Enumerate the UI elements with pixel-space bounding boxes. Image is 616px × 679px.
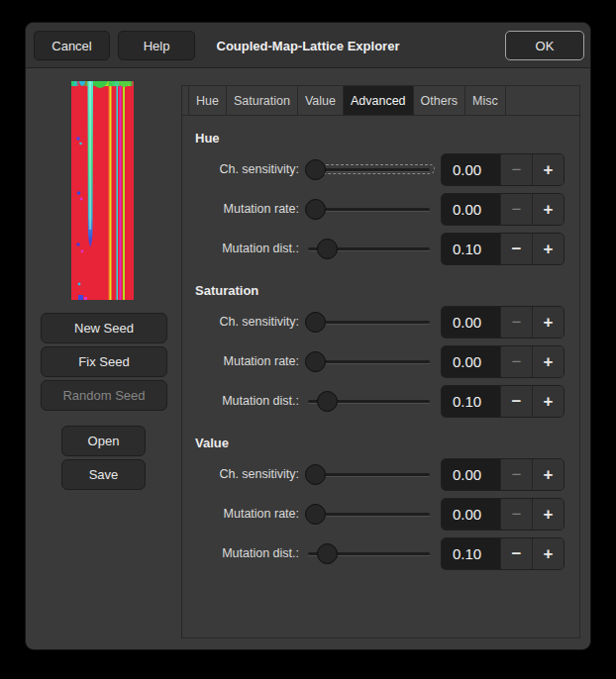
spin-value[interactable]: 0.10: [442, 538, 500, 569]
tab-misc[interactable]: Misc: [465, 86, 506, 115]
slider-track[interactable]: [308, 473, 430, 476]
minus-icon: −: [512, 393, 522, 410]
minus-button[interactable]: −: [500, 346, 532, 377]
slider-track[interactable]: [308, 208, 430, 211]
plus-button[interactable]: +: [532, 538, 564, 569]
minus-icon: −: [512, 161, 522, 178]
spin-value[interactable]: 0.00: [442, 499, 500, 530]
minus-icon: −: [512, 353, 522, 370]
param-row-value-mutation-rate: Mutation rate: 0.00 − +: [182, 494, 579, 534]
spinbox-value-mutation-dist: 0.10 − +: [441, 537, 565, 570]
param-label: Ch. sensitivity:: [195, 162, 299, 176]
param-label: Mutation dist.:: [195, 242, 299, 255]
minus-button[interactable]: −: [500, 386, 532, 417]
slider-handle[interactable]: [317, 543, 338, 564]
slider-track[interactable]: [308, 321, 430, 324]
plus-button[interactable]: +: [532, 459, 564, 490]
slider-handle[interactable]: [317, 391, 338, 412]
param-row-value-ch-sensitivity: Ch. sensitivity: 0.00 − +: [182, 454, 579, 494]
minus-icon: −: [512, 466, 522, 483]
minus-button[interactable]: −: [500, 307, 532, 338]
slider-saturation-mutation-dist[interactable]: [305, 389, 430, 413]
slider-handle[interactable]: [305, 504, 326, 525]
tab-advanced[interactable]: Advanced: [344, 86, 414, 115]
plus-button[interactable]: +: [532, 346, 564, 377]
param-row-value-mutation-dist: Mutation dist.: 0.10 − +: [182, 534, 579, 573]
fix-seed-button[interactable]: Fix Seed: [41, 346, 167, 377]
plus-icon: +: [544, 466, 554, 483]
minus-icon: −: [512, 314, 522, 331]
tab-hue[interactable]: Hue: [188, 86, 227, 115]
param-label: Mutation rate:: [195, 507, 299, 521]
plus-button[interactable]: +: [532, 386, 564, 417]
plus-icon: +: [544, 314, 554, 331]
param-row-saturation-mutation-rate: Mutation rate: 0.00 − +: [182, 341, 579, 381]
minus-button[interactable]: −: [500, 194, 532, 225]
slider-handle[interactable]: [317, 239, 338, 259]
tab-saturation[interactable]: Saturation: [227, 86, 298, 115]
tab-value[interactable]: Value: [298, 86, 344, 115]
slider-handle[interactable]: [305, 312, 326, 333]
minus-button[interactable]: −: [500, 499, 532, 530]
section-title-saturation: Saturation: [195, 282, 579, 300]
slider-track[interactable]: [308, 513, 430, 516]
param-label: Mutation rate:: [195, 202, 299, 216]
slider-hue-ch-sensitivity[interactable]: [305, 157, 430, 181]
slider-value-mutation-dist[interactable]: [305, 541, 430, 565]
spin-value[interactable]: 0.00: [442, 307, 500, 338]
section-title-hue: Hue: [195, 130, 579, 147]
slider-hue-mutation-rate[interactable]: [305, 197, 430, 221]
plus-icon: +: [544, 545, 554, 562]
minus-button[interactable]: −: [500, 459, 532, 490]
plus-button[interactable]: +: [532, 499, 564, 530]
slider-track[interactable]: [308, 360, 430, 363]
tab-strip: Hue Saturation Value Advanced Others Mis…: [182, 86, 579, 116]
titlebar: Cancel Help Coupled-Map-Lattice Explorer…: [26, 23, 590, 68]
spinbox-value-ch-sensitivity: 0.00 − +: [441, 458, 565, 491]
slider-handle[interactable]: [305, 464, 326, 485]
tab-others[interactable]: Others: [414, 86, 466, 115]
param-label: Ch. sensitivity:: [195, 467, 299, 481]
slider-handle[interactable]: [305, 199, 326, 220]
slider-handle[interactable]: [305, 159, 326, 180]
random-seed-button[interactable]: Random Seed: [41, 380, 167, 411]
param-row-hue-mutation-rate: Mutation rate: 0.00 − +: [182, 189, 579, 229]
slider-value-mutation-rate[interactable]: [305, 502, 430, 526]
spin-value[interactable]: 0.10: [442, 234, 500, 264]
new-seed-button[interactable]: New Seed: [41, 313, 167, 343]
spin-value[interactable]: 0.00: [442, 346, 500, 377]
minus-button[interactable]: −: [500, 234, 532, 264]
section-title-value: Value: [195, 435, 579, 452]
spin-value[interactable]: 0.00: [442, 194, 500, 225]
ok-button[interactable]: OK: [505, 31, 584, 60]
plus-button[interactable]: +: [532, 194, 564, 225]
spinbox-saturation-mutation-dist: 0.10 − +: [441, 385, 565, 418]
slider-track[interactable]: [308, 168, 430, 171]
minus-button[interactable]: −: [500, 154, 532, 185]
slider-saturation-ch-sensitivity[interactable]: [305, 310, 430, 334]
plus-icon: +: [544, 161, 554, 178]
minus-icon: −: [512, 241, 522, 257]
plus-button[interactable]: +: [532, 307, 564, 338]
slider-value-ch-sensitivity[interactable]: [305, 462, 430, 486]
spin-value[interactable]: 0.00: [442, 459, 500, 490]
param-label: Mutation dist.:: [195, 546, 299, 560]
slider-saturation-mutation-rate[interactable]: [305, 349, 430, 373]
spin-value[interactable]: 0.10: [442, 386, 500, 417]
minus-button[interactable]: −: [500, 538, 532, 569]
slider-handle[interactable]: [305, 351, 326, 372]
spinbox-hue-mutation-dist: 0.10 − +: [441, 233, 565, 265]
save-button[interactable]: Save: [61, 459, 146, 490]
plus-icon: +: [544, 353, 554, 370]
plus-button[interactable]: +: [532, 154, 564, 185]
plus-button[interactable]: +: [532, 234, 564, 264]
cml-explorer-dialog: Cancel Help Coupled-Map-Lattice Explorer…: [25, 22, 591, 650]
slider-hue-mutation-dist[interactable]: [305, 237, 430, 260]
plus-icon: +: [544, 241, 554, 257]
spin-value[interactable]: 0.00: [442, 154, 500, 185]
param-label: Mutation rate:: [195, 354, 299, 368]
open-button[interactable]: Open: [61, 426, 146, 456]
minus-icon: −: [512, 201, 522, 218]
plus-icon: +: [544, 201, 554, 218]
minus-icon: −: [512, 545, 522, 562]
